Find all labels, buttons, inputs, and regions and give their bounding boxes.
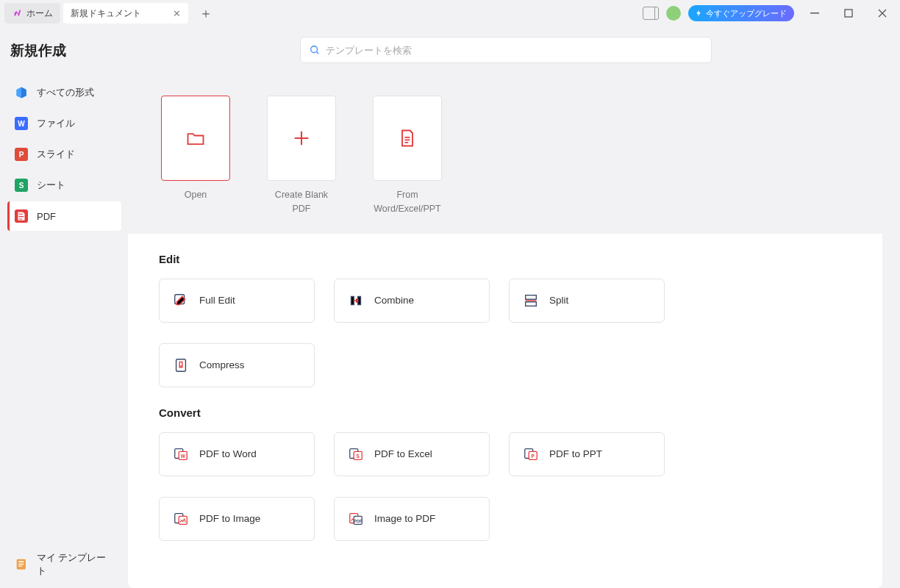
sidebar-item-label: すべての形式 xyxy=(37,86,94,99)
create-label: From Word/Excel/PPT xyxy=(371,188,444,216)
pdf-ppt-icon: P xyxy=(523,446,539,462)
tool-compress[interactable]: Compress xyxy=(159,343,315,387)
upgrade-button[interactable]: 今すぐアップグレード xyxy=(688,5,794,21)
sidebar-nav: すべての形式 W ファイル P スライド S シート PDF xyxy=(7,78,121,231)
word-icon: W xyxy=(15,117,28,130)
combine-icon xyxy=(348,293,364,309)
create-blank-pdf[interactable]: Create Blank PDF xyxy=(265,96,338,216)
window-close[interactable] xyxy=(869,3,896,24)
sidebar-footer-label: マイ テンプレート xyxy=(37,551,114,578)
create-strip: Open Create Blank PDF From Word/Excel/PP… xyxy=(128,78,882,234)
sidebar-item-my-templates[interactable]: マイ テンプレート xyxy=(7,550,121,579)
tool-split[interactable]: Split xyxy=(509,279,665,323)
pdf-icon xyxy=(15,209,28,223)
app-logo-icon xyxy=(12,8,22,18)
svg-text:PDF: PDF xyxy=(354,518,362,523)
tool-label: Combine xyxy=(374,295,414,306)
tool-label: Compress xyxy=(199,359,245,370)
titlebar-right: 今すぐアップグレード xyxy=(643,3,896,24)
pdf-word-icon: W xyxy=(173,446,189,462)
panel-layout-icon[interactable] xyxy=(643,7,659,20)
svg-rect-4 xyxy=(18,564,24,564)
tool-image-to-pdf[interactable]: PDF Image to PDF xyxy=(334,497,490,541)
sidebar-item-slide[interactable]: P スライド xyxy=(7,140,121,169)
image-pdf-icon: PDF xyxy=(348,511,364,527)
tool-label: PDF to PPT xyxy=(549,448,602,459)
create-open[interactable]: Open xyxy=(159,96,232,216)
svg-rect-23 xyxy=(179,516,187,524)
tab-home-label: ホーム xyxy=(26,7,53,20)
svg-text:P: P xyxy=(532,453,535,458)
tool-pdf-to-word[interactable]: W PDF to Word xyxy=(159,432,315,476)
svg-rect-5 xyxy=(18,566,21,567)
svg-text:S: S xyxy=(357,453,360,458)
tool-full-edit[interactable]: Full Edit xyxy=(159,279,315,323)
svg-text:W: W xyxy=(181,453,186,458)
section-title: Edit xyxy=(159,253,851,265)
compress-icon xyxy=(173,357,189,373)
tool-pdf-to-excel[interactable]: S PDF to Excel xyxy=(334,432,490,476)
sidebar-item-sheet[interactable]: S シート xyxy=(7,171,121,200)
tool-combine[interactable]: Combine xyxy=(334,279,490,323)
new-tab-button[interactable]: ＋ xyxy=(196,3,216,24)
svg-rect-1 xyxy=(845,10,852,17)
create-from-office[interactable]: From Word/Excel/PPT xyxy=(371,96,444,216)
sidebar-item-label: シート xyxy=(37,179,65,192)
avatar[interactable] xyxy=(666,6,681,21)
plus-icon xyxy=(291,128,312,148)
pdf-excel-icon: S xyxy=(348,446,364,462)
sheet-icon: S xyxy=(15,179,28,192)
svg-rect-8 xyxy=(526,295,537,299)
section-title: Convert xyxy=(159,406,851,419)
sidebar-item-label: ファイル xyxy=(37,117,75,130)
svg-rect-0 xyxy=(810,12,819,14)
svg-rect-3 xyxy=(18,562,24,563)
document-icon xyxy=(397,128,418,148)
search-input[interactable] xyxy=(326,45,702,56)
section-convert: Convert W PDF to Word S PDF to Excel xyxy=(128,387,882,541)
tool-label: PDF to Word xyxy=(199,448,257,459)
sidebar: 新規作成 すべての形式 W ファイル P スライド S シート xyxy=(0,26,129,588)
create-label: Create Blank PDF xyxy=(265,188,338,216)
window-minimize[interactable] xyxy=(801,3,828,24)
section-edit: Edit Full Edit Combine xyxy=(128,234,882,387)
svg-point-12 xyxy=(180,365,182,367)
tool-pdf-to-image[interactable]: PDF to Image xyxy=(159,497,315,541)
sidebar-item-file[interactable]: W ファイル xyxy=(7,109,121,138)
tab-home[interactable]: ホーム xyxy=(4,3,60,24)
tool-label: Split xyxy=(549,295,568,306)
titlebar: ホーム 新規ドキュメント ✕ ＋ 今すぐアップグレード xyxy=(0,0,900,26)
tool-label: Full Edit xyxy=(199,295,235,306)
window-maximize[interactable] xyxy=(835,3,862,24)
content: Open Create Blank PDF From Word/Excel/PP… xyxy=(129,26,900,588)
search-icon xyxy=(310,45,320,55)
app-body: 新規作成 すべての形式 W ファイル P スライド S シート xyxy=(0,26,900,588)
close-icon[interactable]: ✕ xyxy=(173,8,181,19)
sidebar-item-label: スライド xyxy=(37,148,75,161)
tool-label: PDF to Image xyxy=(199,513,260,524)
tool-label: Image to PDF xyxy=(374,513,435,524)
sidebar-item-label: PDF xyxy=(37,211,56,222)
svg-point-6 xyxy=(310,46,317,53)
create-row: Open Create Blank PDF From Word/Excel/PP… xyxy=(128,96,882,216)
folder-icon xyxy=(185,128,206,148)
tab-document[interactable]: 新規ドキュメント ✕ xyxy=(63,3,188,24)
sidebar-item-pdf[interactable]: PDF xyxy=(7,201,121,231)
main-panel: Open Create Blank PDF From Word/Excel/PP… xyxy=(128,78,882,588)
lightning-icon xyxy=(696,10,703,17)
tool-label: PDF to Excel xyxy=(374,448,432,459)
edit-icon xyxy=(173,293,189,309)
pdf-image-icon xyxy=(173,511,189,527)
page-title: 新規作成 xyxy=(7,41,121,60)
cube-icon xyxy=(15,86,28,99)
tab-document-label: 新規ドキュメント xyxy=(71,7,141,20)
tool-pdf-to-ppt[interactable]: P PDF to PPT xyxy=(509,432,665,476)
split-icon xyxy=(523,293,539,309)
svg-rect-9 xyxy=(526,301,537,306)
create-label: Open xyxy=(159,188,232,202)
template-icon xyxy=(15,558,28,571)
upgrade-label: 今すぐアップグレード xyxy=(706,8,787,19)
sidebar-item-all-formats[interactable]: すべての形式 xyxy=(7,78,121,107)
slide-icon: P xyxy=(15,148,28,161)
search-input-wrapper[interactable] xyxy=(300,37,712,63)
